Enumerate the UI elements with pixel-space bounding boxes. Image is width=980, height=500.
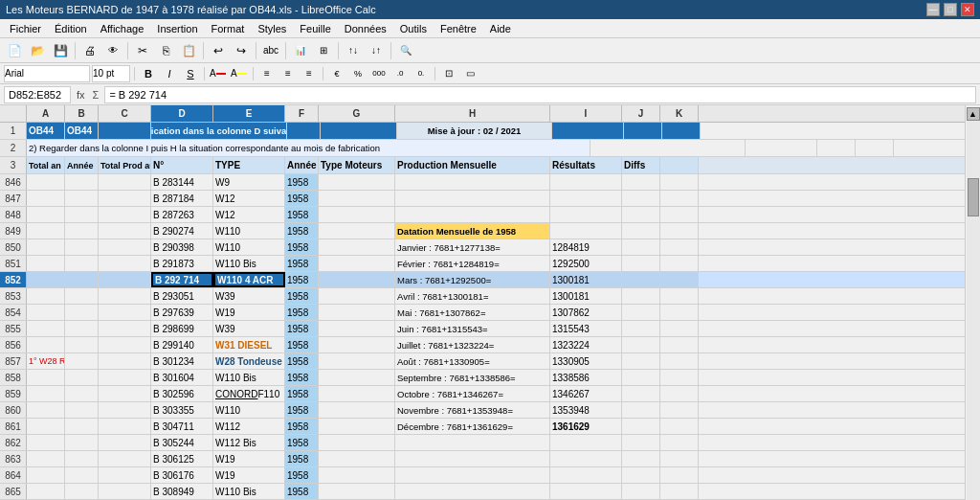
- cell-865-i[interactable]: [550, 484, 622, 499]
- cell-864-i[interactable]: [550, 467, 622, 483]
- cell-855-i[interactable]: 1315543: [550, 321, 622, 336]
- cell-864-a[interactable]: [27, 467, 65, 483]
- cell-861-i[interactable]: 1361629: [550, 419, 622, 434]
- cell-860-c[interactable]: [99, 402, 151, 418]
- new-btn[interactable]: 📄: [4, 40, 25, 61]
- col-label-k[interactable]: [660, 157, 699, 173]
- cell-853-d[interactable]: B 293051: [151, 288, 213, 304]
- cell-862-c[interactable]: [99, 435, 151, 450]
- cell-1-a[interactable]: OB44: [27, 123, 65, 139]
- sort-desc-btn[interactable]: ↓↑: [366, 40, 387, 61]
- cell-851-j[interactable]: [622, 256, 660, 271]
- cell-846-k[interactable]: [660, 174, 699, 190]
- cell-850-j[interactable]: [622, 239, 660, 255]
- cell-854-e[interactable]: W19: [213, 305, 285, 320]
- cell-851-i[interactable]: 1292500: [550, 256, 622, 271]
- cell-reference-input[interactable]: [4, 86, 71, 103]
- cell-849-a[interactable]: [27, 223, 65, 239]
- cell-859-f[interactable]: 1958: [285, 386, 319, 401]
- cell-849-b[interactable]: [65, 223, 99, 239]
- cell-1-g[interactable]: [321, 123, 397, 139]
- cell-849-h[interactable]: Datation Mensuelle de 1958: [395, 223, 550, 239]
- cell-864-e[interactable]: W19: [213, 467, 285, 483]
- cell-2-merged[interactable]: 2) Regarder dans la colonne I puis H la …: [27, 140, 590, 156]
- cell-854-a[interactable]: [27, 305, 65, 320]
- cell-862-h[interactable]: [395, 435, 550, 450]
- cell-863-g[interactable]: [319, 451, 395, 466]
- col-label-h[interactable]: Production Mensuelle: [395, 157, 550, 173]
- cell-859-a[interactable]: [27, 386, 65, 401]
- cell-858-i[interactable]: 1338586: [550, 370, 622, 385]
- cell-865-j[interactable]: [622, 484, 660, 499]
- cell-848-j[interactable]: [622, 207, 660, 222]
- cell-1-c[interactable]: [99, 123, 151, 139]
- cell-857-c[interactable]: [99, 353, 151, 369]
- cell-1-i[interactable]: [552, 123, 624, 139]
- cell-854-h[interactable]: Mai : 7681+1307862=: [395, 305, 550, 320]
- copy-btn[interactable]: ⎘: [155, 40, 176, 61]
- cell-854-i[interactable]: 1307862: [550, 305, 622, 320]
- cell-864-k[interactable]: [660, 467, 699, 483]
- spellcheck-btn[interactable]: abc: [260, 40, 281, 61]
- scroll-track[interactable]: [967, 121, 980, 500]
- cell-860-g[interactable]: [319, 402, 395, 418]
- scroll-thumb[interactable]: [968, 178, 979, 216]
- cell-861-e[interactable]: W112: [213, 419, 285, 434]
- cell-850-c[interactable]: [99, 239, 151, 255]
- menu-styles[interactable]: Styles: [252, 21, 292, 36]
- vertical-scrollbar[interactable]: ▲ ▼: [965, 105, 980, 500]
- cell-858-c[interactable]: [99, 370, 151, 385]
- cell-856-d[interactable]: B 299140: [151, 337, 213, 352]
- print-btn[interactable]: 🖨: [79, 40, 100, 61]
- dec-decrease-btn[interactable]: 0.: [412, 65, 431, 82]
- cell-849-i[interactable]: [550, 223, 622, 239]
- cell-862-a[interactable]: [27, 435, 65, 450]
- cell-849-g[interactable]: [319, 223, 395, 239]
- dec-increase-btn[interactable]: .0: [390, 65, 410, 82]
- cell-851-e[interactable]: W110 Bis: [213, 256, 285, 271]
- menu-fichier[interactable]: Fichier: [4, 21, 47, 36]
- cell-847-j[interactable]: [622, 191, 660, 206]
- cell-848-f[interactable]: 1958: [285, 207, 319, 222]
- cell-858-g[interactable]: [319, 370, 395, 385]
- cell-850-g[interactable]: [319, 239, 395, 255]
- cell-857-j[interactable]: [622, 353, 660, 369]
- cell-858-b[interactable]: [65, 370, 99, 385]
- menu-aide[interactable]: Aide: [484, 21, 517, 36]
- col-a-header[interactable]: A: [27, 105, 65, 122]
- cell-863-e[interactable]: W19: [213, 451, 285, 466]
- cell-856-h[interactable]: Juillet : 7681+1323224=: [395, 337, 550, 352]
- bg-color-btn[interactable]: ▭: [460, 65, 479, 82]
- cell-855-b[interactable]: [65, 321, 99, 336]
- cell-862-d[interactable]: B 305244: [151, 435, 213, 450]
- underline-btn[interactable]: S: [181, 65, 200, 82]
- cell-865-e[interactable]: W110 Bis: [213, 484, 285, 499]
- cell-865-k[interactable]: [660, 484, 699, 499]
- cell-852-e[interactable]: W110 4 ACR: [213, 272, 285, 287]
- col-e-header[interactable]: E: [213, 105, 285, 122]
- cell-864-h[interactable]: [395, 467, 550, 483]
- col-c-header[interactable]: C: [99, 105, 151, 122]
- cell-850-e[interactable]: W110: [213, 239, 285, 255]
- cell-863-d[interactable]: B 306125: [151, 451, 213, 466]
- cell-863-h[interactable]: [395, 451, 550, 466]
- cell-847-a[interactable]: [27, 191, 65, 206]
- cell-851-b[interactable]: [65, 256, 99, 271]
- cell-847-k[interactable]: [660, 191, 699, 206]
- cell-1-j[interactable]: [624, 123, 662, 139]
- cell-849-j[interactable]: [622, 223, 660, 239]
- preview-btn[interactable]: 👁: [102, 40, 123, 61]
- font-color-btn[interactable]: A: [209, 65, 228, 82]
- cell-859-h[interactable]: Octobre : 7681+1346267=: [395, 386, 550, 401]
- cell-857-h[interactable]: Août : 7681+1330905=: [395, 353, 550, 369]
- cell-855-e[interactable]: W39: [213, 321, 285, 336]
- cell-863-c[interactable]: [99, 451, 151, 466]
- cell-857-a[interactable]: 1° W28 Recensé: [27, 353, 65, 369]
- col-label-b[interactable]: Année: [65, 157, 99, 173]
- cell-861-d[interactable]: B 304711: [151, 419, 213, 434]
- cell-846-e[interactable]: W9: [213, 174, 285, 190]
- cell-850-d[interactable]: B 290398: [151, 239, 213, 255]
- cell-860-i[interactable]: 1353948: [550, 402, 622, 418]
- save-btn[interactable]: 💾: [50, 40, 71, 61]
- cell-861-k[interactable]: [660, 419, 699, 434]
